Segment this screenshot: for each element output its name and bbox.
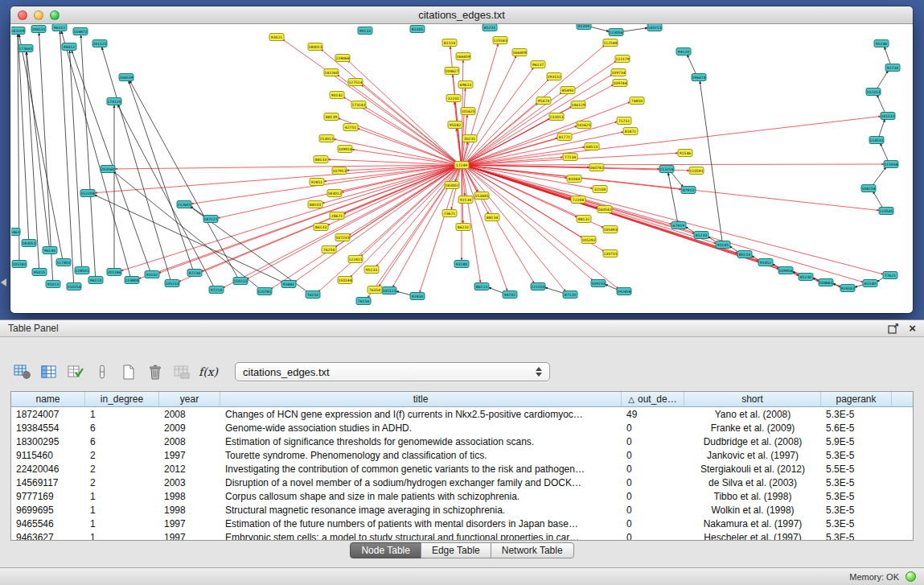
graph-node[interactable]: 117402 xyxy=(56,259,71,266)
graph-node[interactable]: 88103 xyxy=(308,201,322,208)
graph-node[interactable]: 228068 xyxy=(335,55,350,62)
graph-node[interactable]: 142260 xyxy=(324,69,339,76)
graph-node[interactable]: 114531 xyxy=(869,137,884,144)
tab-edge-table[interactable]: Edge Table xyxy=(421,542,491,558)
table-source-select[interactable]: citations_edges.txt xyxy=(235,362,550,381)
tab-network-table[interactable]: Network Table xyxy=(491,542,574,558)
graph-node[interactable]: 96113 xyxy=(88,277,103,284)
graph-node[interactable]: 110545 xyxy=(879,208,893,215)
graph-node[interactable]: 77134 xyxy=(563,154,577,161)
graph-node[interactable]: 107233 xyxy=(335,234,350,241)
cell-out_degree[interactable]: 0 xyxy=(622,450,684,461)
graph-node[interactable]: 166409 xyxy=(512,49,527,56)
graph-node[interactable]: 130731 xyxy=(603,250,618,257)
graph-node[interactable]: 94702 xyxy=(503,291,517,299)
column-header-year[interactable]: year xyxy=(159,392,220,406)
graph-node[interactable]: 924502 xyxy=(840,285,855,292)
graph-node[interactable]: 109744 xyxy=(613,80,627,87)
graph-node[interactable]: 96137 xyxy=(531,61,545,68)
graph-node[interactable]: 80114 xyxy=(737,251,752,258)
graph-node[interactable]: 93180 xyxy=(454,261,469,268)
cell-pagerank[interactable]: 5.5E-5 xyxy=(821,463,892,475)
cell-name[interactable]: 9465546 xyxy=(11,518,85,529)
cell-out_degree[interactable]: 0 xyxy=(622,422,684,434)
cell-pagerank[interactable]: 5.3E-5 xyxy=(821,518,892,529)
table-row[interactable]: 1456911722003Disruption of a novel membe… xyxy=(11,476,913,489)
cell-name[interactable]: 19384554 xyxy=(11,422,85,434)
cell-out_degree[interactable]: 0 xyxy=(622,505,684,516)
graph-node[interactable]: 76354 xyxy=(368,286,382,294)
graph-node[interactable]: 104627 xyxy=(445,68,459,75)
graph-node[interactable]: 104661 xyxy=(819,279,833,286)
cell-pagerank[interactable]: 5.3E-5 xyxy=(821,409,892,420)
cell-in_degree[interactable]: 1 xyxy=(85,532,159,541)
show-columns-icon[interactable] xyxy=(38,361,60,382)
cell-title[interactable]: Estimation of significance thresholds fo… xyxy=(220,436,622,447)
graph-node[interactable]: 91452 xyxy=(758,259,773,266)
graph-node[interactable]: 86113 xyxy=(474,283,489,290)
graph-node[interactable]: 154872 xyxy=(73,28,88,35)
graph-node[interactable]: 109914 xyxy=(338,146,352,153)
column-header-in_degree[interactable]: in_degree xyxy=(85,392,159,406)
cell-title[interactable]: Estimation of the future numbers of pati… xyxy=(220,518,622,529)
cell-name[interactable]: 22420046 xyxy=(11,463,85,475)
table-row[interactable]: 1872400712008Changes of HCN gene express… xyxy=(11,407,913,421)
table-row[interactable]: 2242004622012Investigating the contribut… xyxy=(11,462,913,476)
graph-node[interactable]: 127514 xyxy=(348,79,363,86)
close-panel-icon[interactable]: × xyxy=(909,323,916,334)
cell-short[interactable]: Hescheler et al. (1997) xyxy=(684,532,821,541)
cell-name[interactable]: 9699695 xyxy=(11,505,85,516)
graph-node[interactable]: 96312 xyxy=(52,24,67,31)
graph-node[interactable]: 196474 xyxy=(692,74,706,81)
close-window-button[interactable] xyxy=(18,10,27,20)
graph-node[interactable]: 122411 xyxy=(348,256,363,263)
cell-name[interactable]: 18724007 xyxy=(11,409,85,420)
graph-node[interactable]: 88134 xyxy=(485,214,499,221)
graph-node[interactable]: 92734 xyxy=(885,64,900,72)
cell-year[interactable]: 1997 xyxy=(159,532,220,541)
cell-in_degree[interactable]: 1 xyxy=(85,518,159,529)
cell-out_degree[interactable]: 0 xyxy=(622,436,684,447)
cell-out_degree[interactable]: 0 xyxy=(622,491,684,502)
graph-node[interactable]: 87234 xyxy=(187,270,202,277)
graph-node[interactable]: 112548 xyxy=(603,39,618,47)
graph-node[interactable]: 166459 xyxy=(456,53,470,60)
cell-title[interactable]: Embryonic stem cells: a model to study s… xyxy=(220,532,622,541)
cell-year[interactable]: 2009 xyxy=(159,422,220,434)
cell-title[interactable]: Genome-wide association studies in ADHD. xyxy=(220,422,622,434)
graph-node[interactable]: 88133 xyxy=(314,156,328,163)
cell-name[interactable]: 9463627 xyxy=(11,532,85,541)
graph-node[interactable]: 98412 xyxy=(62,43,76,51)
cell-year[interactable]: 1997 xyxy=(159,518,220,529)
table-row[interactable]: 1830029562008Estimation of significance … xyxy=(11,435,913,448)
panel-collapse-arrow[interactable] xyxy=(1,278,6,286)
window-titlebar[interactable]: citations_edges.txt xyxy=(10,6,913,24)
graph-node[interactable]: 232605 xyxy=(177,201,191,208)
graph-node[interactable]: 67919 xyxy=(671,222,686,229)
cell-name[interactable]: 14569117 xyxy=(11,477,85,488)
cell-year[interactable]: 2008 xyxy=(159,409,220,420)
graph-node[interactable]: 97214 xyxy=(209,286,224,294)
cell-year[interactable]: 2012 xyxy=(159,463,220,475)
memory-status-label[interactable]: Memory: OK xyxy=(849,572,899,582)
cell-in_degree[interactable]: 1 xyxy=(85,505,159,516)
graph-node[interactable]: 76154 xyxy=(356,298,371,305)
cell-name[interactable]: 18300295 xyxy=(11,436,85,447)
graph-node[interactable]: 120781 xyxy=(257,288,272,295)
cell-short[interactable]: Nakamura et al. (1997) xyxy=(684,518,821,529)
cell-in_degree[interactable]: 2 xyxy=(85,463,159,475)
cell-out_degree[interactable]: 0 xyxy=(622,532,684,541)
graph-node[interactable]: 95133 xyxy=(364,266,379,274)
graph-node[interactable]: 109233 xyxy=(591,280,606,287)
graph-node[interactable]: 88132 xyxy=(577,216,591,223)
graph-node[interactable]: 90133 xyxy=(358,27,372,35)
graph-node[interactable]: 93021 xyxy=(269,34,284,41)
graph-node[interactable]: 101625 xyxy=(461,108,475,115)
graph-node[interactable]: 32201 xyxy=(446,95,461,102)
graph-node[interactable]: 193132 xyxy=(547,73,561,80)
cell-in_degree[interactable]: 1 xyxy=(85,491,159,502)
cell-pagerank[interactable]: 5.3E-5 xyxy=(821,450,892,461)
graph-node[interactable]: 91546 xyxy=(678,150,692,157)
column-header-name[interactable]: name xyxy=(11,392,85,406)
graph-node[interactable]: 109456 xyxy=(778,267,793,274)
